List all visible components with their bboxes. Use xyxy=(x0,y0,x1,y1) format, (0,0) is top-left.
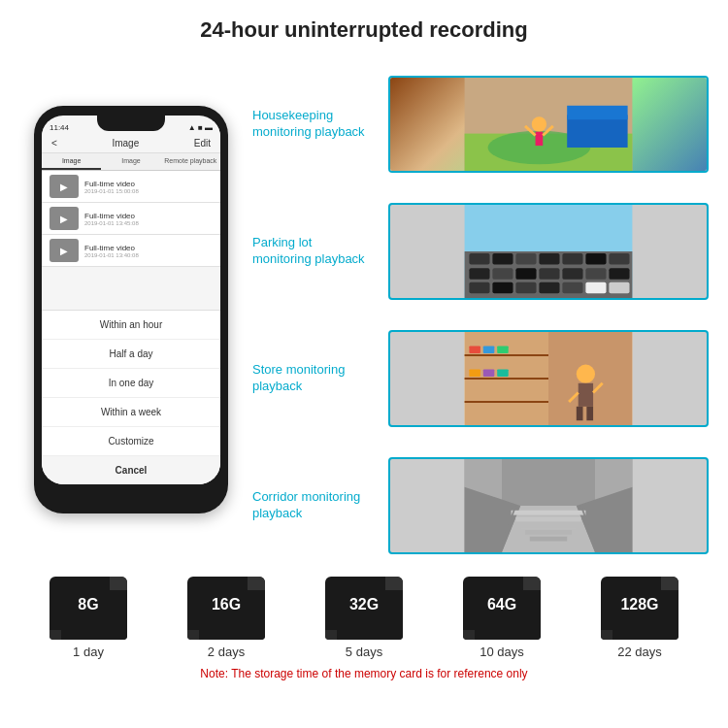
cancel-button[interactable]: Cancel xyxy=(42,456,220,484)
video-title-3: Full-time video xyxy=(84,244,213,252)
phone-icons: ▲ ■ ▬ xyxy=(188,123,213,132)
sd-card-2: 32G xyxy=(325,577,403,640)
monitoring-row-0: Housekeepingmonitoring playback xyxy=(252,62,709,185)
sd-notch-0 xyxy=(110,577,127,590)
storage-days-2: 5 days xyxy=(346,645,382,659)
video-title-1: Full-time video xyxy=(84,180,213,188)
monitoring-photo-2 xyxy=(388,330,709,427)
photo-housekeeping-img xyxy=(390,78,707,171)
storage-item-2: 32G 5 days xyxy=(325,577,403,659)
storage-cards: 8G 1 day 16G 2 days 32G 5 days 64G 10 da… xyxy=(19,577,709,659)
svg-rect-26 xyxy=(492,281,513,293)
video-info-1: Full-time video 2019-01-01 15:00:08 xyxy=(84,180,213,194)
monitoring-photo-0 xyxy=(388,76,709,173)
storage-days-1: 2 days xyxy=(208,645,245,659)
svg-rect-29 xyxy=(562,281,582,293)
dropdown-item-4[interactable]: Customize xyxy=(42,427,220,456)
sd-size-4: 128G xyxy=(620,596,658,613)
storage-section: 8G 1 day 16G 2 days 32G 5 days 64G 10 da… xyxy=(0,567,728,688)
sd-card-1: 16G xyxy=(187,577,265,640)
dropdown-item-1[interactable]: Half a day xyxy=(42,340,220,369)
corridor-svg xyxy=(390,459,707,552)
back-arrow[interactable]: < xyxy=(51,138,57,149)
svg-rect-13 xyxy=(515,252,536,264)
storage-days-0: 1 day xyxy=(73,645,104,659)
svg-rect-22 xyxy=(562,268,582,280)
phone-top-bar: < Image Edit xyxy=(42,134,220,153)
svg-rect-18 xyxy=(469,268,489,280)
edit-button[interactable]: Edit xyxy=(194,138,211,149)
svg-rect-24 xyxy=(609,268,629,280)
svg-rect-59 xyxy=(525,529,572,534)
dropdown-item-3[interactable]: Within a week xyxy=(42,398,220,427)
monitoring-row-3: Corridor monitoringplayback xyxy=(252,444,709,567)
svg-rect-11 xyxy=(469,252,489,264)
storage-item-1: 16G 2 days xyxy=(187,577,265,659)
dropdown-item-0[interactable]: Within an hour xyxy=(42,311,220,340)
svg-point-5 xyxy=(532,116,546,131)
storage-item-0: 8G 1 day xyxy=(50,577,127,659)
tab-image2[interactable]: Image xyxy=(101,153,160,170)
video-thumb-2: ▶ xyxy=(50,207,79,230)
svg-rect-31 xyxy=(609,281,629,293)
svg-rect-27 xyxy=(515,281,536,293)
svg-rect-20 xyxy=(515,268,536,280)
svg-rect-12 xyxy=(492,252,513,264)
sd-size-1: 16G xyxy=(212,596,241,613)
sd-card-4: 128G xyxy=(601,577,678,640)
monitoring-label-0: Housekeepingmonitoring playback xyxy=(252,108,379,141)
sd-notch-4 xyxy=(661,577,678,590)
phone-notch xyxy=(97,116,165,131)
video-date-3: 2019-01-01 13:40:08 xyxy=(84,252,213,258)
svg-rect-15 xyxy=(562,252,582,264)
store-svg xyxy=(390,332,707,425)
svg-rect-45 xyxy=(579,382,593,406)
svg-point-44 xyxy=(577,364,595,382)
svg-rect-3 xyxy=(567,115,627,148)
video-item-1[interactable]: ▶ Full-time video 2019-01-01 15:00:08 xyxy=(42,171,220,203)
sd-notch-1 xyxy=(248,577,265,590)
svg-rect-21 xyxy=(539,268,559,280)
svg-rect-57 xyxy=(515,516,580,521)
storage-item-3: 64G 10 days xyxy=(463,577,541,659)
monitoring-photo-1 xyxy=(388,203,709,300)
svg-rect-19 xyxy=(492,268,513,280)
tab-remote-playback[interactable]: Remote playback xyxy=(161,153,220,170)
main-content: 11:44 ▲ ■ ▬ < Image Edit Image Image Rem… xyxy=(0,52,728,567)
svg-rect-38 xyxy=(469,346,480,353)
sd-card-3: 64G xyxy=(463,577,541,640)
parking-svg xyxy=(390,205,707,298)
video-title-2: Full-time video xyxy=(84,212,213,220)
monitoring-row-2: Store monitoringplayback xyxy=(252,316,709,440)
svg-rect-40 xyxy=(497,346,509,353)
video-thumb-1: ▶ xyxy=(50,175,79,198)
storage-days-3: 10 days xyxy=(480,645,524,659)
svg-rect-4 xyxy=(567,105,627,118)
video-date-2: 2019-01-01 13:45:08 xyxy=(84,220,213,226)
svg-rect-48 xyxy=(577,406,583,419)
screen-title: Image xyxy=(112,138,139,149)
tab-image[interactable]: Image xyxy=(42,153,101,170)
video-item-3[interactable]: ▶ Full-time video 2019-01-01 13:40:08 xyxy=(42,235,220,267)
video-info-2: Full-time video 2019-01-01 13:45:08 xyxy=(84,212,213,226)
dropdown-item-2[interactable]: In one day xyxy=(42,369,220,398)
sd-size-0: 8G xyxy=(78,596,98,613)
svg-rect-49 xyxy=(586,406,593,419)
svg-rect-39 xyxy=(483,346,495,353)
svg-rect-43 xyxy=(497,369,509,377)
monitoring-row-1: Parking lotmonitoring playback xyxy=(252,189,709,313)
phone-screen: 11:44 ▲ ■ ▬ < Image Edit Image Image Rem… xyxy=(42,116,220,484)
svg-rect-25 xyxy=(469,281,489,293)
monitoring-label-3: Corridor monitoringplayback xyxy=(252,489,379,522)
svg-rect-42 xyxy=(483,369,495,377)
video-item-2[interactable]: ▶ Full-time video 2019-01-01 13:45:08 xyxy=(42,203,220,235)
svg-rect-6 xyxy=(536,131,544,145)
sd-notch-2 xyxy=(385,577,403,590)
storage-days-4: 22 days xyxy=(617,645,662,659)
dropdown-menu: Within an hour Half a day In one day Wit… xyxy=(42,310,220,484)
svg-rect-14 xyxy=(539,252,559,264)
storage-item-4: 128G 22 days xyxy=(601,577,678,659)
svg-rect-60 xyxy=(530,536,567,541)
phone-mockup: 11:44 ▲ ■ ▬ < Image Edit Image Image Rem… xyxy=(19,52,243,567)
svg-rect-58 xyxy=(520,523,577,528)
